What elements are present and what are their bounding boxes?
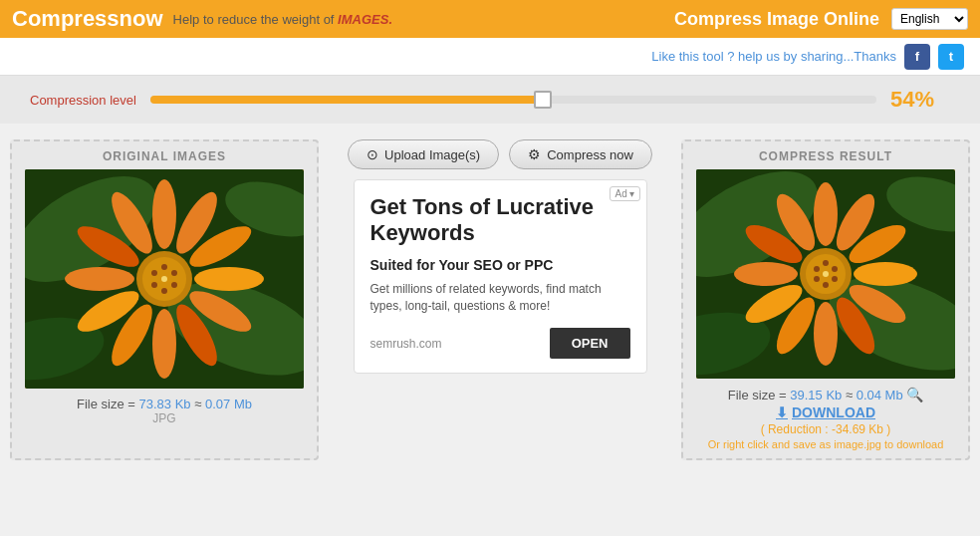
original-images-panel: ORIGINAL IMAGES [10, 139, 319, 460]
svg-point-45 [823, 260, 829, 266]
compress-label: Compress now [547, 147, 633, 162]
download-icon: ⬇ [776, 404, 788, 420]
svg-point-5 [152, 179, 176, 249]
logo-compress: Compress [12, 6, 120, 31]
svg-point-46 [832, 266, 838, 272]
rightclick-text: Or right click and save as image.jpg to … [708, 438, 944, 450]
svg-point-23 [151, 282, 157, 288]
social-text: Like this tool ? help us by sharing...Th… [651, 49, 896, 64]
original-image [25, 169, 304, 389]
download-label: DOWNLOAD [792, 404, 875, 420]
compress-button[interactable]: ⚙ Compress now [509, 139, 652, 169]
header-right: Compress Image Online English Français E… [674, 8, 968, 30]
button-row: ⊙ Upload Image(s) ⚙ Compress now [348, 139, 652, 169]
social-bar: Like this tool ? help us by sharing...Th… [0, 38, 980, 76]
ad-footer: semrush.com OPEN [370, 328, 630, 359]
result-file-info: File size = 39.15 Kb ≈ 0.04 Mb 🔍 [728, 387, 924, 402]
compression-percent: 54% [890, 87, 950, 113]
ad-subtitle: Suited for Your SEO or PPC [370, 257, 630, 273]
reduction-text: ( Reduction : -34.69 Kb ) [761, 422, 891, 436]
header: Compressnow Help to reduce the weight of… [0, 0, 980, 38]
svg-point-20 [171, 270, 177, 276]
compression-label: Compression level [30, 93, 136, 108]
svg-point-21 [171, 282, 177, 288]
twitter-button[interactable]: t [938, 44, 964, 70]
svg-point-50 [814, 266, 820, 272]
result-image [696, 169, 955, 379]
upload-icon: ⊙ [367, 146, 378, 162]
svg-point-22 [161, 288, 167, 294]
svg-point-31 [814, 182, 838, 246]
language-select[interactable]: English Français Español [891, 8, 968, 30]
svg-point-37 [814, 302, 838, 366]
tagline-prefix: Help to reduce the weight of [173, 12, 339, 27]
svg-point-40 [734, 262, 798, 286]
logo-now: now [120, 6, 163, 31]
svg-point-34 [854, 262, 917, 286]
result-size-mb[interactable]: 0.04 Mb [857, 388, 903, 402]
svg-point-14 [65, 267, 134, 291]
original-file-ext: JPG [152, 411, 175, 425]
tagline-highlight: IMAGES. [338, 12, 392, 27]
result-panel-title: COMPRESS RESULT [759, 149, 892, 163]
facebook-button[interactable]: f [904, 44, 930, 70]
download-button[interactable]: ⬇ DOWNLOAD [776, 404, 875, 420]
original-panel-title: ORIGINAL IMAGES [103, 149, 226, 163]
result-approx: ≈ [846, 388, 853, 402]
header-left: Compressnow Help to reduce the weight of… [12, 6, 392, 32]
original-size-kb[interactable]: 73.83 Kb [139, 397, 191, 411]
compress-icon: ⚙ [528, 146, 541, 162]
svg-point-24 [151, 270, 157, 276]
result-flower-svg [696, 169, 955, 379]
ad-description: Get millions of related keywords, find m… [370, 281, 630, 315]
middle-panel: ⊙ Upload Image(s) ⚙ Compress now Ad ▾ Ge… [333, 139, 667, 460]
result-size-label: File size = [728, 388, 787, 402]
ad-box: Ad ▾ Get Tons of Lucrative Keywords Suit… [354, 179, 647, 374]
logo: Compressnow [12, 6, 163, 32]
upload-label: Upload Image(s) [384, 147, 480, 162]
compress-result-panel: COMPRESS RESULT [681, 139, 970, 460]
original-flower-svg [25, 169, 304, 389]
compression-bar-area: Compression level 54% [0, 76, 980, 124]
svg-point-49 [814, 276, 820, 282]
original-approx: ≈ [194, 397, 201, 411]
svg-point-51 [823, 271, 829, 277]
original-file-info: File size = 73.83 Kb ≈ 0.07 Mb [77, 397, 252, 411]
magnify-icon[interactable]: 🔍 [906, 387, 923, 402]
svg-point-47 [832, 276, 838, 282]
original-size-label: File size = [77, 397, 135, 411]
main-content: ORIGINAL IMAGES [0, 124, 980, 476]
original-size-mb[interactable]: 0.07 Mb [205, 397, 252, 411]
tagline: Help to reduce the weight of IMAGES. [173, 12, 392, 27]
svg-point-48 [823, 282, 829, 288]
ad-domain: semrush.com [370, 337, 442, 351]
ad-badge[interactable]: Ad ▾ [610, 186, 639, 201]
svg-point-8 [194, 267, 264, 291]
svg-point-19 [161, 264, 167, 270]
upload-button[interactable]: ⊙ Upload Image(s) [348, 139, 499, 169]
svg-point-11 [152, 309, 176, 379]
ad-open-button[interactable]: OPEN [550, 328, 630, 359]
compression-slider-container [150, 92, 876, 108]
svg-point-25 [161, 276, 167, 282]
result-size-kb[interactable]: 39.15 Kb [790, 388, 842, 402]
ad-title: Get Tons of Lucrative Keywords [370, 194, 630, 247]
compress-online-title: Compress Image Online [674, 9, 879, 30]
